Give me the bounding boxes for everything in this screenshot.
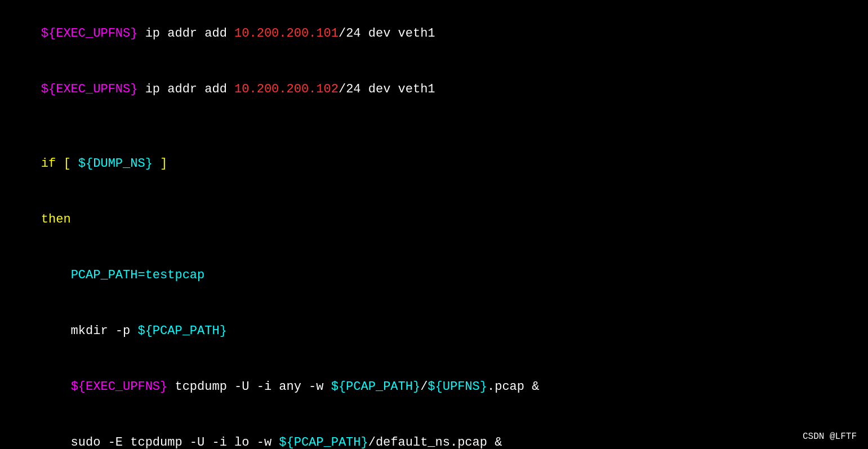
code-line-1: ${EXEC_UPFNS} ip addr add 10.200.200.101…: [11, 6, 857, 61]
code-line-5: PCAP_PATH=testpcap: [11, 247, 857, 303]
empty-line: [11, 117, 857, 136]
code-line-4: then: [11, 192, 857, 247]
code-line-3: if [ ${DUMP_NS} ]: [11, 136, 857, 192]
exec-upfns-var: ${EXEC_UPFNS}: [41, 26, 138, 41]
code-block: ${EXEC_UPFNS} ip addr add 10.200.200.101…: [0, 0, 868, 449]
code-line-8: sudo -E tcpdump -U -i lo -w ${PCAP_PATH}…: [11, 415, 857, 449]
code-line-6: mkdir -p ${PCAP_PATH}: [11, 303, 857, 359]
code-line-7: ${EXEC_UPFNS} tcpdump -U -i any -w ${PCA…: [11, 359, 857, 415]
watermark: CSDN @LFTF: [803, 430, 857, 443]
code-line-2: ${EXEC_UPFNS} ip addr add 10.200.200.102…: [11, 61, 857, 117]
